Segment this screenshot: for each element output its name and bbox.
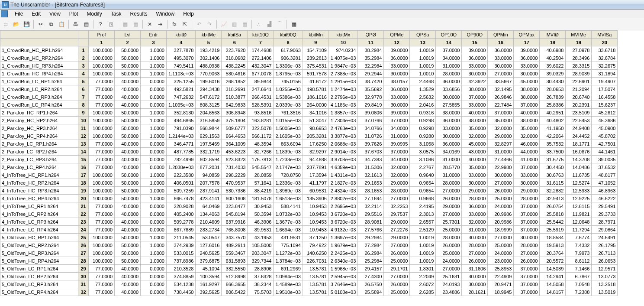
context-help-icon[interactable]: ⍰ [106, 20, 116, 29]
print-icon[interactable]: 🖶 [71, 20, 80, 29]
menu-bar: FileEditViewPlotModifyTaskResultsWindowH… [0, 10, 644, 18]
new-icon[interactable]: □ [1, 20, 10, 29]
grid-a-icon: ▦ [120, 20, 130, 29]
toolbar-separator [68, 20, 69, 29]
table-select-icon[interactable]: ▦ [289, 20, 299, 29]
toolbar-separator [287, 20, 287, 29]
menu-edit[interactable]: Edit [27, 10, 45, 18]
toolbar: □📂💾✂⧉📋🖶▤?⍰▦▦✕⇥fx⇱↶↷📈▥▦∴▟⌒▦ [0, 18, 644, 30]
toolbar-separator [33, 20, 34, 29]
toolbar-separator [167, 20, 167, 29]
copy-icon[interactable]: ⧉ [46, 20, 56, 29]
menu-plot[interactable]: Plot [65, 10, 83, 18]
app-icon: U [2, 1, 9, 8]
toolbar-separator [192, 20, 192, 29]
save-icon[interactable]: 💾 [22, 20, 31, 29]
paste-icon[interactable]: 📋 [57, 20, 66, 29]
print-preview-icon[interactable]: ▤ [81, 20, 91, 29]
normal-icon: ⌒ [275, 20, 284, 29]
toolbar-separator [251, 20, 252, 29]
undo-icon: ↶ [194, 20, 204, 29]
menu-task[interactable]: Task [106, 10, 126, 18]
redo-icon: ↷ [205, 20, 214, 29]
chart-bar-icon: ▥ [229, 20, 239, 29]
toolbar-separator [93, 20, 93, 29]
delete-x-icon[interactable]: ✕ [145, 20, 155, 29]
help-icon[interactable]: ? [96, 20, 105, 29]
title-bar: U The Unscrambler - [Bitstream-Features3… [0, 0, 644, 10]
scatter-icon: ∴ [254, 20, 264, 29]
toolbar-separator [216, 20, 217, 29]
doc-icon [1, 10, 8, 17]
window-title: The Unscrambler - [Bitstream-Features3] [10, 2, 105, 8]
menu-modify[interactable]: Modify [83, 10, 106, 18]
histogram-icon: ▟ [264, 20, 274, 29]
toolbar-separator [118, 20, 118, 29]
export-icon[interactable]: ⇱ [180, 20, 190, 29]
grid-b-icon: ▦ [131, 20, 140, 29]
menu-file[interactable]: File [10, 10, 27, 18]
menu-window[interactable]: Window [152, 10, 179, 18]
open-icon[interactable]: 📂 [11, 20, 21, 29]
chart-matrix-icon: ▦ [240, 20, 249, 29]
chart-line-icon: 📈 [219, 20, 229, 29]
insert-col-icon[interactable]: ⇥ [155, 20, 165, 29]
menu-view[interactable]: View [45, 10, 65, 18]
menu-help[interactable]: Help [179, 10, 198, 18]
fx-icon[interactable]: fx [170, 20, 179, 29]
toolbar-separator [142, 20, 143, 29]
cut-icon[interactable]: ✂ [36, 20, 45, 29]
menu-results[interactable]: Results [126, 10, 152, 18]
